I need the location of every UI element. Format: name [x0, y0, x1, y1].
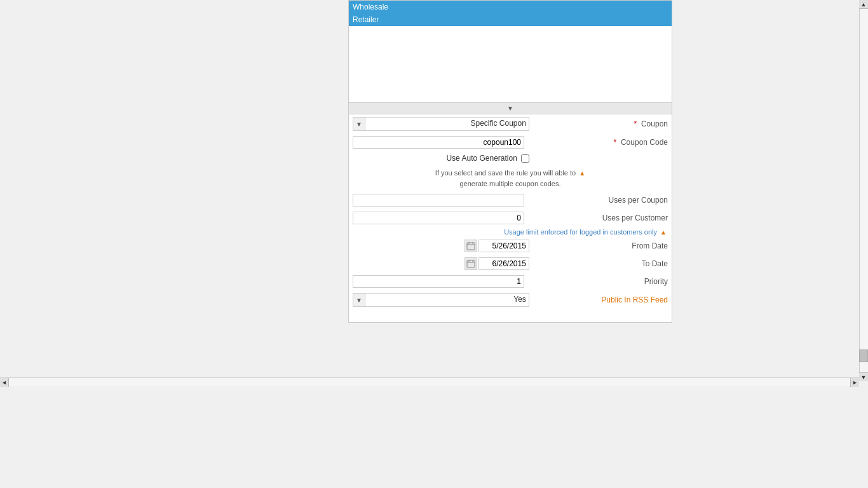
from-date-calendar-icon[interactable]: [465, 240, 477, 252]
coupon-select-arrow[interactable]: ▼: [353, 117, 365, 131]
svg-rect-0: [467, 243, 475, 250]
auto-gen-checkbox[interactable]: [521, 154, 529, 163]
from-date-wrapper: [353, 240, 529, 252]
to-date-calendar-icon[interactable]: [465, 257, 477, 270]
coupon-select-wrapper: ▼ Specific Coupon: [353, 117, 529, 131]
rss-select-wrapper: ▼ Yes: [353, 293, 529, 307]
scrollbar-bottom: ◄ ►: [0, 377, 859, 386]
priority-input[interactable]: [353, 275, 524, 288]
priority-row: Priority: [349, 273, 672, 290]
from-date-label: From Date: [533, 237, 672, 255]
auto-gen-info-text: If you select and save the rule you will…: [355, 168, 665, 189]
coupon-select-field[interactable]: Specific Coupon: [365, 117, 529, 131]
uses-per-customer-row: Uses per Customer: [349, 209, 672, 227]
to-date-row: To Date: [349, 255, 672, 273]
scrollbar-thumb[interactable]: [859, 349, 868, 362]
from-date-input[interactable]: [478, 240, 529, 252]
uses-per-coupon-input[interactable]: [353, 194, 524, 207]
auto-generation-row: Use Auto Generation: [349, 151, 672, 165]
list-item-retailer[interactable]: Retailer: [349, 13, 672, 26]
uses-per-customer-label: Uses per Customer: [533, 209, 672, 227]
scrollbar-up[interactable]: ▲: [859, 0, 868, 9]
priority-label: Priority: [533, 273, 672, 290]
to-date-label: To Date: [533, 255, 672, 273]
uses-per-coupon-label: Uses per Coupon: [533, 191, 672, 209]
customer-group-listbox: Wholesale Retailer ▼: [349, 1, 672, 114]
coupon-code-row: * Coupon Code: [349, 133, 672, 151]
auto-gen-info-row: If you select and save the rule you will…: [349, 165, 672, 191]
scrollbar-track: ▲ ▼: [859, 0, 868, 381]
uses-per-coupon-row: Uses per Coupon: [349, 191, 672, 209]
to-date-wrapper: [353, 257, 529, 270]
coupon-code-input[interactable]: [353, 136, 524, 149]
to-date-input[interactable]: [478, 257, 529, 270]
rss-select-arrow[interactable]: ▼: [353, 293, 365, 307]
form-table: ▼ Specific Coupon * Coupon: [349, 114, 672, 309]
coupon-label: * Coupon: [533, 114, 672, 133]
uses-per-customer-input[interactable]: [353, 212, 524, 224]
list-empty-area: [349, 26, 672, 102]
svg-rect-4: [467, 261, 475, 268]
scrollbar-right[interactable]: ►: [850, 378, 859, 387]
bottom-spacer: [349, 309, 672, 322]
coupon-row: ▼ Specific Coupon * Coupon: [349, 114, 672, 133]
from-date-row: From Date: [349, 237, 672, 255]
usage-limit-row: Usage limit enforced for logged in custo…: [349, 227, 672, 237]
rss-feed-label: Public In RSS Feed: [533, 290, 672, 309]
info-icon: ▲: [579, 170, 585, 177]
list-item-wholesale[interactable]: Wholesale: [349, 1, 672, 13]
rss-feed-row: ▼ Yes Public In RSS Feed: [349, 290, 672, 309]
usage-limit-icon: ▲: [660, 229, 667, 236]
usage-limit-text: Usage limit enforced for logged in custo…: [354, 228, 667, 236]
scrollbar-left[interactable]: ◄: [0, 378, 9, 387]
main-panel: Wholesale Retailer ▼ ▼ Specific Coupon: [348, 0, 672, 323]
rss-select-field[interactable]: Yes: [365, 293, 529, 307]
coupon-code-label: * Coupon Code: [533, 133, 672, 151]
page-wrapper: Wholesale Retailer ▼ ▼ Specific Coupon: [0, 0, 868, 488]
scrollbar-down[interactable]: ▼: [859, 372, 868, 381]
auto-gen-label: Use Auto Generation: [446, 154, 517, 163]
auto-gen-checkbox-row: Use Auto Generation: [353, 154, 529, 163]
listbox-scroll-down[interactable]: ▼: [349, 102, 672, 114]
